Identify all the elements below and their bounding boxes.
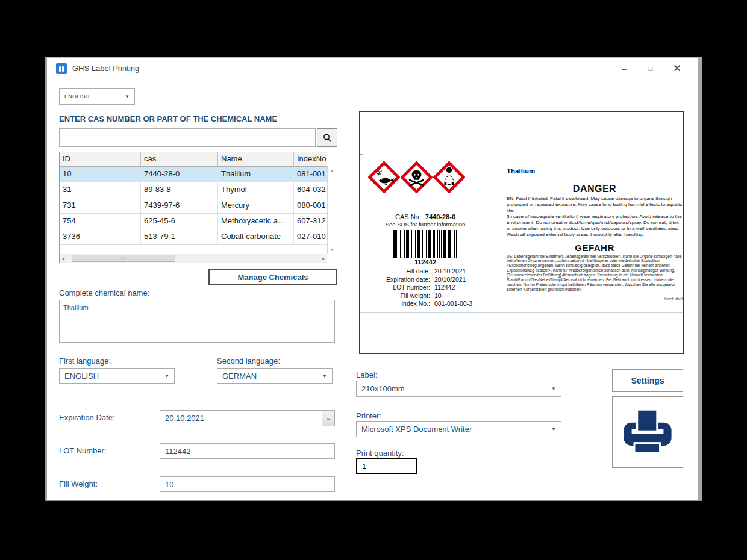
expiration-date-label: Expiration Date:: [59, 413, 115, 422]
cell-cas[interactable]: 7439-97-6: [141, 198, 218, 213]
chemical-name-textarea[interactable]: Thallium: [59, 300, 335, 343]
print-quantity-label: Print quantity:: [356, 449, 404, 458]
chemicals-table[interactable]: ID cas Name IndexNo 10 7440-28-0 Thalliu…: [59, 152, 337, 263]
label-size-dropdown[interactable]: 210x100mm ▼: [356, 381, 561, 397]
column-header-cas[interactable]: cas: [141, 152, 218, 166]
cell-id[interactable]: 31: [60, 182, 141, 198]
cell-indexno[interactable]: 080-001: [294, 198, 327, 213]
cell-name[interactable]: Thallium: [218, 167, 294, 182]
info-value: 20/10/2021: [430, 276, 466, 284]
cell-name[interactable]: Cobalt carbonate: [218, 229, 294, 244]
table-row[interactable]: 3736 513-79-1 Cobalt carbonate 027-010: [60, 229, 327, 245]
expiration-date-picker[interactable]: 20.10.2021 ⌄: [160, 410, 335, 426]
printer-icon: [621, 406, 674, 459]
first-language-dropdown[interactable]: ENGLISH ▼: [59, 368, 175, 384]
close-icon[interactable]: ✕: [672, 63, 683, 74]
scroll-right-icon[interactable]: ▸: [320, 256, 327, 261]
cell-name[interactable]: Methoxyacetic a...: [218, 214, 294, 229]
cell-name[interactable]: Thymol: [218, 182, 294, 198]
label-info-rows: Fill date:20.10.2021 Expiration date:20/…: [365, 267, 486, 308]
scroll-up-icon[interactable]: ▴: [331, 168, 333, 173]
printer-dropdown[interactable]: Microsoft XPS Document Writer ▼: [356, 421, 561, 437]
cas-label: CAS No.:: [395, 213, 423, 220]
table-row[interactable]: 731 7439-97-6 Mercury 080-001: [60, 198, 327, 214]
table-row[interactable]: 10 7440-28-0 Thallium 081-001: [60, 167, 327, 182]
window-title: GHS Label Printing: [72, 64, 139, 73]
chevron-down-icon: ▼: [551, 386, 556, 391]
chevron-down-icon: ▼: [164, 373, 169, 379]
second-language-dropdown[interactable]: GERMAN ▼: [217, 368, 333, 384]
fill-weight-input[interactable]: [160, 476, 335, 492]
fill-weight-label: Fill Weight:: [59, 479, 98, 488]
column-header-id[interactable]: ID: [60, 152, 141, 166]
first-language-label: First language:: [59, 356, 111, 366]
health-hazard-icon: [433, 161, 465, 193]
lot-number-label: LOT Number:: [59, 446, 107, 455]
label-size-label: Label:: [356, 370, 377, 379]
cell-cas[interactable]: 89-83-8: [141, 182, 218, 198]
settings-button[interactable]: Settings: [612, 369, 683, 392]
manage-chemicals-button[interactable]: Manage Chemicals: [208, 269, 337, 285]
sds-note: See SDS for further information: [365, 221, 486, 228]
cell-cas[interactable]: 7440-28-0: [141, 167, 218, 182]
scroll-down-icon[interactable]: ▾: [331, 247, 333, 252]
info-value: 10: [430, 292, 442, 300]
table-header-row[interactable]: ID cas Name IndexNo: [60, 152, 327, 167]
chevron-down-icon: ⌄: [326, 415, 331, 422]
ghs-pictograms: [368, 161, 465, 193]
cell-indexno[interactable]: 604-032: [294, 182, 327, 198]
scroll-left-icon[interactable]: ◂: [60, 256, 67, 261]
vertical-scrollbar[interactable]: ▴ ▾: [327, 166, 337, 254]
nicelabel-brand: NiceLabel: [507, 297, 683, 301]
print-button[interactable]: [612, 396, 683, 468]
cell-cas[interactable]: 513-79-1: [141, 229, 218, 244]
ui-language-value: ENGLISH: [64, 93, 125, 99]
table-row[interactable]: 754 625-45-6 Methoxyacetic a... 607-312: [60, 214, 327, 229]
search-input[interactable]: [59, 128, 316, 147]
maximize-icon[interactable]: □: [645, 65, 656, 72]
ui-language-dropdown[interactable]: ENGLISH ▼: [59, 88, 135, 105]
scrollbar-thumb[interactable]: |||: [72, 255, 175, 262]
cell-cas[interactable]: 625-45-6: [141, 214, 218, 229]
info-key: Expiration date:: [365, 276, 430, 284]
search-heading: ENTER CAS NUMBER OR PART OF THE CHEMICAL…: [59, 114, 277, 123]
cell-name[interactable]: Mercury: [218, 198, 294, 213]
title-bar[interactable]: GHS Label Printing – □ ✕: [47, 58, 698, 79]
table-row[interactable]: 31 89-83-8 Thymol 604-032: [60, 182, 327, 198]
datepicker-dropdown-button[interactable]: ⌄: [322, 411, 334, 426]
signal-word-de: GEFAHR: [507, 243, 683, 253]
minimize-icon[interactable]: –: [619, 64, 630, 73]
info-key: Fill date:: [365, 267, 430, 276]
cas-value: 7440-28-0: [425, 213, 455, 220]
label-hazard-text: Thallium DANGER EN: Fatal if inhaled. Fa…: [507, 167, 683, 301]
lot-number-input[interactable]: [160, 443, 335, 459]
label-bottom-edge: [360, 312, 683, 313]
chevron-down-icon: ▼: [551, 426, 556, 432]
label-edge-mark: [360, 154, 363, 155]
cell-indexno[interactable]: 081-001: [294, 167, 327, 182]
cell-id[interactable]: 10: [60, 167, 141, 182]
cell-indexno[interactable]: 607-312: [294, 214, 327, 229]
magnifier-icon: [322, 133, 332, 143]
label-preview: CAS No.:7440-28-0 See SDS for further in…: [359, 111, 684, 354]
horizontal-scrollbar[interactable]: ◂ ||| ▸: [60, 254, 327, 263]
hazard-statements-de: DE: Lebensgefahr bei Einatmen. Lebensgef…: [507, 254, 683, 292]
second-language-value: GERMAN: [222, 372, 322, 381]
info-key: LOT number:: [365, 284, 430, 292]
label-size-value: 210x100mm: [361, 384, 551, 393]
skull-crossbones-icon: [401, 161, 433, 193]
column-header-name[interactable]: Name: [218, 152, 294, 166]
environment-hazard-icon: [368, 161, 400, 193]
printer-value: Microsoft XPS Document Writer: [361, 425, 551, 434]
chemical-name-label: Complete chemical name:: [59, 288, 149, 297]
print-quantity-input[interactable]: [356, 458, 417, 474]
cell-id[interactable]: 754: [60, 214, 141, 229]
barcode-number: 112442: [365, 258, 486, 266]
column-header-indexno[interactable]: IndexNo: [294, 152, 327, 166]
search-button[interactable]: [317, 128, 337, 147]
cell-id[interactable]: 731: [60, 198, 141, 213]
printer-label: Printer:: [356, 411, 381, 420]
cell-indexno[interactable]: 027-010: [294, 229, 327, 244]
cell-id[interactable]: 3736: [60, 229, 141, 244]
label-cas-block: CAS No.:7440-28-0 See SDS for further in…: [365, 213, 486, 308]
